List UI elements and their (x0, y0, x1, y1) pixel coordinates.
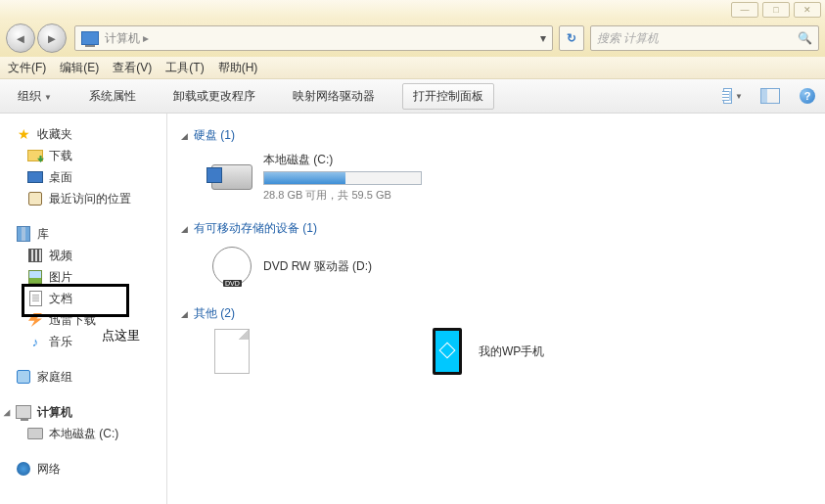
collapse-icon: ◢ (181, 309, 188, 319)
nav-bar: ◄ ► 计算机 ▸ ▾ ↻ 搜索 计算机 🔍 (0, 20, 825, 57)
sidebar-documents[interactable]: 文档 (0, 288, 166, 309)
sidebar-network[interactable]: 网络 (0, 458, 166, 480)
computer-icon (16, 404, 31, 420)
map-network-button[interactable]: 映射网络驱动器 (283, 84, 385, 109)
toolbar: 组织▼ 系统属性 卸载或更改程序 映射网络驱动器 打开控制面板 ▼ ? (0, 79, 825, 114)
network-icon (16, 461, 31, 477)
drive-icon (27, 426, 43, 441)
breadcrumb[interactable]: 计算机 ▸ (105, 30, 149, 47)
drive-dvd[interactable]: DVD RW 驱动器 (D:) (210, 245, 484, 288)
sidebar-local-disk-c[interactable]: 本地磁盘 (C:) (0, 423, 166, 444)
sidebar-homegroup[interactable]: 家庭组 (0, 366, 166, 388)
recent-icon (27, 191, 43, 206)
star-icon: ★ (16, 126, 31, 142)
dvd-icon (210, 245, 253, 288)
address-dropdown-icon[interactable]: ▾ (540, 31, 546, 45)
chevron-down-icon: ▼ (44, 93, 52, 102)
document-icon (27, 291, 43, 306)
item-wp-phone[interactable]: 我的WP手机 (426, 330, 621, 373)
music-icon: ♪ (27, 334, 43, 349)
item-blank-file[interactable] (210, 330, 406, 373)
homegroup-icon (16, 369, 31, 385)
drive-local-c[interactable]: 本地磁盘 (C:) 28.8 GB 可用，共 59.5 GB (210, 152, 484, 203)
hdd-icon (210, 156, 253, 199)
menu-file[interactable]: 文件(F) (8, 60, 46, 76)
drive-name: 本地磁盘 (C:) (263, 152, 422, 168)
sidebar-videos[interactable]: 视频 (0, 245, 166, 266)
content-pane: ◢硬盘 (1) 本地磁盘 (C:) 28.8 GB 可用，共 59.5 GB ◢… (167, 114, 825, 504)
preview-pane-button[interactable] (760, 86, 780, 106)
annotation-label: 点这里 (102, 327, 140, 344)
drive-capacity-text: 28.8 GB 可用，共 59.5 GB (263, 188, 422, 203)
control-panel-button[interactable]: 打开控制面板 (402, 83, 494, 110)
help-button[interactable]: ? (798, 86, 817, 106)
refresh-button[interactable]: ↻ (559, 25, 584, 51)
capacity-bar (263, 171, 422, 185)
group-header-removable[interactable]: ◢有可移动存储的设备 (1) (181, 220, 811, 237)
computer-icon (81, 31, 99, 45)
sidebar-recent[interactable]: 最近访问的位置 (0, 188, 166, 209)
group-header-other[interactable]: ◢其他 (2) (181, 305, 811, 322)
collapse-icon: ◢ (181, 224, 188, 234)
file-icon (210, 330, 253, 373)
menu-help[interactable]: 帮助(H) (218, 60, 258, 76)
group-header-hdd[interactable]: ◢硬盘 (1) (181, 127, 811, 144)
organize-button[interactable]: 组织▼ (8, 84, 62, 109)
address-bar[interactable]: 计算机 ▸ ▾ (74, 25, 553, 51)
expand-icon[interactable]: ◢ (4, 408, 10, 417)
item-name: 我的WP手机 (479, 344, 544, 360)
collapse-icon: ◢ (181, 131, 188, 141)
sidebar-favorites[interactable]: ★收藏夹 (0, 123, 166, 145)
minimize-button[interactable]: — (731, 2, 758, 18)
sidebar-libraries[interactable]: 库 (0, 223, 166, 245)
back-button[interactable]: ◄ (6, 23, 35, 53)
search-icon: 🔍 (798, 31, 812, 45)
sidebar-computer[interactable]: ◢计算机 (0, 401, 166, 423)
sidebar: ★收藏夹 下载 桌面 最近访问的位置 库 视频 图片 文档 迅雷下载 ♪音乐 家… (0, 114, 167, 504)
sidebar-downloads[interactable]: 下载 (0, 145, 166, 166)
close-button[interactable]: ✕ (794, 2, 821, 18)
menu-bar: 文件(F) 编辑(E) 查看(V) 工具(T) 帮助(H) (0, 57, 825, 79)
menu-edit[interactable]: 编辑(E) (60, 60, 99, 76)
thunder-icon (27, 312, 43, 328)
downloads-icon (27, 148, 43, 163)
video-icon (27, 248, 43, 263)
picture-icon (27, 269, 43, 285)
system-properties-button[interactable]: 系统属性 (79, 84, 146, 109)
maximize-button[interactable]: □ (762, 2, 790, 18)
menu-view[interactable]: 查看(V) (113, 60, 152, 76)
sidebar-music[interactable]: ♪音乐 (0, 331, 166, 352)
forward-button[interactable]: ► (37, 23, 67, 53)
drive-name: DVD RW 驱动器 (D:) (263, 258, 372, 275)
search-input[interactable]: 搜索 计算机 🔍 (590, 25, 819, 51)
uninstall-button[interactable]: 卸载或更改程序 (163, 84, 265, 109)
view-options-button[interactable]: ▼ (723, 86, 743, 106)
chevron-down-icon: ▼ (735, 92, 743, 101)
libraries-icon (16, 226, 31, 242)
phone-icon (426, 330, 469, 373)
desktop-icon (27, 169, 43, 185)
menu-tools[interactable]: 工具(T) (165, 60, 204, 76)
sidebar-desktop[interactable]: 桌面 (0, 166, 166, 188)
window-titlebar: — □ ✕ (0, 0, 825, 20)
search-placeholder: 搜索 计算机 (597, 30, 659, 47)
sidebar-pictures[interactable]: 图片 (0, 266, 166, 288)
sidebar-xunlei[interactable]: 迅雷下载 (0, 309, 166, 331)
